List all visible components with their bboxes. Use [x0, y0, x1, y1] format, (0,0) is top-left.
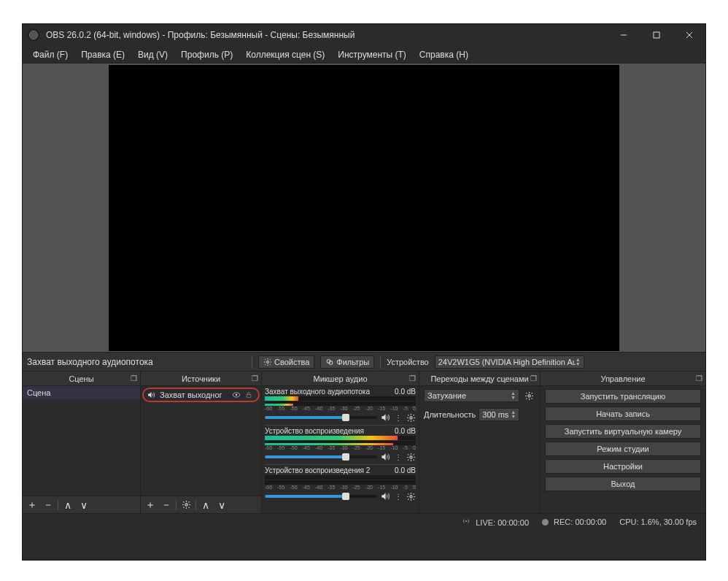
level-meter	[265, 401, 416, 406]
menu-view[interactable]: Вид (V)	[132, 47, 174, 62]
level-meter	[265, 441, 416, 445]
source-up-button[interactable]: ∧	[199, 499, 212, 512]
menu-tools[interactable]: Инструменты (T)	[332, 47, 411, 62]
lock-icon[interactable]	[245, 390, 255, 399]
start-virtualcam-button[interactable]: Запустить виртуальную камеру	[545, 424, 701, 439]
channel-menu-icon[interactable]: ⋮	[393, 493, 403, 501]
meter-ticks: -60-55-50-45-40-35-30-25-20-15-10-50	[265, 445, 416, 451]
transition-dropdown[interactable]: Затухание ▲▼	[424, 389, 519, 402]
selected-source-label: Захват выходного аудиопотока	[27, 357, 246, 367]
popout-icon[interactable]: ❐	[409, 374, 416, 382]
speaker-icon[interactable]	[380, 491, 390, 501]
channel-menu-icon[interactable]: ⋮	[393, 414, 403, 422]
filters-icon	[325, 358, 334, 366]
device-dropdown[interactable]: 24V2W1G5 (NVIDIA High Definition Au ▲▼	[435, 355, 584, 369]
menu-edit[interactable]: Правка (E)	[75, 47, 131, 62]
record-dot-icon	[542, 519, 549, 526]
scene-up-button[interactable]: ∧	[61, 499, 74, 512]
mixer-list: Захват выходного аудиопотока 0.0 dB -60-…	[262, 386, 419, 513]
obs-logo-icon	[27, 28, 40, 42]
popout-icon[interactable]: ❐	[696, 374, 702, 382]
filters-button[interactable]: Фильтры	[320, 355, 374, 369]
sources-title: Источники	[182, 374, 220, 383]
volume-slider[interactable]	[265, 455, 377, 458]
source-toolbar: Захват выходного аудиопотока Свойства Фи…	[23, 352, 705, 371]
volume-slider[interactable]	[265, 495, 377, 498]
controls-dock: Управление ❐ Запустить трансляцию Начать…	[541, 372, 705, 513]
minimize-button[interactable]	[607, 24, 640, 46]
channel-menu-icon[interactable]: ⋮	[393, 453, 403, 461]
start-streaming-button[interactable]: Запустить трансляцию	[545, 389, 701, 404]
scene-item[interactable]: Сцена	[23, 386, 140, 399]
mixer-channel: Устройство воспроизведения 2 0.0 dB -60-…	[262, 465, 419, 501]
scenes-list[interactable]: Сцена	[23, 386, 140, 496]
menu-scene-collection[interactable]: Коллекция сцен (S)	[240, 47, 330, 62]
popout-icon[interactable]: ❐	[252, 374, 258, 382]
transitions-body: Затухание ▲▼ Длительность 300 ms ▲▼	[419, 386, 540, 513]
svg-point-4	[267, 361, 269, 363]
channel-name: Устройство воспроизведения 2	[265, 466, 370, 474]
channel-name: Устройство воспроизведения	[265, 427, 364, 435]
controls-body: Запустить трансляцию Начать запись Запус…	[541, 386, 705, 513]
popout-icon[interactable]: ❐	[131, 374, 137, 382]
svg-point-11	[410, 416, 412, 418]
speaker-icon	[147, 390, 157, 399]
spinner-icon: ▲▼	[511, 391, 516, 400]
speaker-icon[interactable]	[380, 452, 390, 462]
transitions-title: Переходы между сценами	[430, 374, 528, 383]
mixer-dock: Микшер аудио ❐ Захват выходного аудиопот…	[262, 372, 419, 513]
remove-scene-button[interactable]: －	[42, 499, 55, 512]
add-scene-button[interactable]: ＋	[26, 499, 39, 512]
sources-dock: Источники ❐ Захват выходног	[141, 372, 262, 513]
source-name: Захват выходног	[160, 390, 229, 399]
popout-icon[interactable]: ❐	[530, 374, 537, 382]
duration-input[interactable]: 300 ms ▲▼	[479, 408, 519, 421]
gear-icon	[263, 358, 272, 366]
channel-db: 0.0 dB	[395, 388, 416, 396]
start-recording-button[interactable]: Начать запись	[545, 407, 701, 421]
sources-list[interactable]: Захват выходног	[141, 386, 261, 496]
menu-profile[interactable]: Профиль (P)	[175, 47, 239, 62]
svg-rect-1	[654, 32, 659, 38]
device-label: Устройство	[387, 358, 429, 366]
remove-source-button[interactable]: －	[160, 499, 173, 512]
channel-settings-button[interactable]	[406, 413, 416, 423]
source-down-button[interactable]: ∨	[215, 499, 228, 512]
maximize-button[interactable]	[640, 24, 673, 46]
window-title: OBS 26.0.2 (64-bit, windows) - Профиль: …	[46, 30, 607, 40]
add-source-button[interactable]: ＋	[144, 499, 157, 512]
controls-title: Управление	[600, 374, 645, 383]
volume-slider[interactable]	[265, 416, 377, 419]
transition-settings-button[interactable]	[522, 389, 535, 402]
duration-label: Длительность	[424, 410, 476, 419]
source-properties-button[interactable]	[179, 499, 193, 512]
preview-area	[23, 64, 705, 352]
scene-down-button[interactable]: ∨	[77, 499, 90, 512]
channel-settings-button[interactable]	[406, 453, 416, 462]
status-rec: REC: 00:00:00	[542, 517, 606, 526]
menu-file[interactable]: Файл (F)	[27, 47, 74, 62]
meter-ticks: -60-55-50-45-40-35-30-25-20-15-10-50	[265, 406, 416, 412]
channel-settings-button[interactable]	[406, 492, 416, 501]
exit-button[interactable]: Выход	[545, 477, 701, 491]
settings-button[interactable]: Настройки	[545, 459, 701, 474]
svg-point-12	[410, 455, 412, 458]
mixer-channel: Устройство воспроизведения 0.0 dB -60-55…	[262, 426, 419, 465]
speaker-icon[interactable]	[380, 412, 390, 423]
studio-mode-button[interactable]: Режим студии	[545, 442, 701, 456]
eye-icon[interactable]	[232, 390, 242, 399]
preview-canvas[interactable]	[109, 65, 619, 351]
source-item[interactable]: Захват выходног	[142, 388, 260, 402]
scenes-dock: Сцены ❐ Сцена ＋ － ∧ ∨	[23, 372, 141, 513]
svg-rect-9	[247, 395, 251, 398]
svg-point-10	[185, 504, 187, 506]
close-button[interactable]	[673, 24, 705, 46]
menu-help[interactable]: Справка (H)	[414, 47, 474, 62]
channel-db: 0.0 dB	[395, 427, 416, 435]
meter-ticks: -60-55-50-45-40-35-30-25-20-15-10-50	[265, 485, 416, 490]
level-meter	[265, 396, 416, 401]
spinner-icon: ▲▼	[511, 410, 516, 419]
broadcast-icon	[462, 517, 471, 526]
transitions-dock: Переходы между сценами ❐ Затухание ▲▼ Дл…	[419, 372, 541, 513]
properties-button[interactable]: Свойства	[258, 355, 314, 369]
